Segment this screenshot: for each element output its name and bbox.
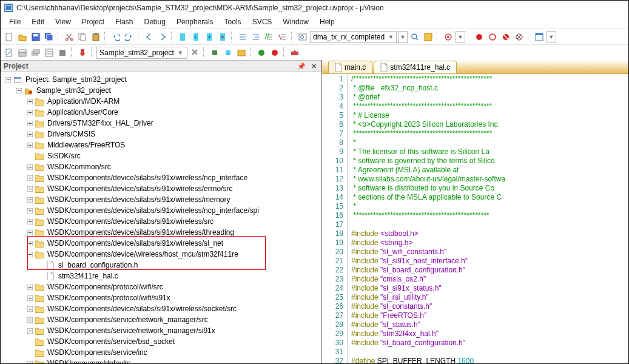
collapse-icon[interactable] [3, 75, 13, 84]
menu-view[interactable]: View [50, 16, 76, 27]
stop-build-icon[interactable] [56, 47, 69, 59]
tree-folder[interactable]: WSDK/components/device/silabs/si91x/wire… [1, 194, 321, 205]
bookmark-clear-icon[interactable] [217, 31, 229, 43]
expand-icon[interactable] [25, 304, 35, 314]
tree-folder[interactable]: WSDK/common/src [1, 161, 321, 172]
tree-folder[interactable]: Drivers/STM32F4xx_HAL_Driver [1, 118, 321, 129]
find-history-dropdown[interactable]: ▼ [398, 31, 408, 43]
target-options-icon[interactable] [189, 47, 201, 59]
tree-folder[interactable]: WSDK/components/device/silabs/si91x/wire… [1, 238, 321, 249]
window-icon[interactable] [533, 31, 545, 43]
tree-file[interactable]: sl_board_configuration.h [1, 260, 321, 271]
expand-icon[interactable] [25, 228, 35, 237]
tree-folder[interactable]: WSDK/components/service/bsd_socket [1, 336, 321, 347]
copy-icon[interactable] [76, 31, 89, 43]
tree-folder[interactable]: SiSDK/src [1, 150, 321, 161]
expand-icon[interactable] [25, 173, 35, 183]
pin-icon[interactable]: 📌 [295, 62, 308, 70]
redo-icon[interactable] [123, 31, 135, 43]
tree-folder[interactable]: WSDK/components/device/silabs/si91x/wire… [1, 205, 321, 216]
menu-svcs[interactable]: SVCS [247, 16, 277, 27]
expand-icon[interactable] [25, 206, 35, 215]
tree-folder[interactable]: WSDK/components/service/inc [1, 347, 321, 358]
code-body[interactable]: /***************************************… [348, 74, 628, 364]
options-icon[interactable] [289, 47, 301, 59]
tree-folder[interactable]: WSDK/components/device/wireless/host_mcu… [1, 249, 321, 260]
tree-folder[interactable]: WSDK/components/protocol/wifi/si91x [1, 292, 321, 303]
expand-icon[interactable] [25, 359, 35, 364]
menu-help[interactable]: Help [315, 16, 340, 27]
tree-folder[interactable]: Sample_stm32_project [1, 85, 321, 96]
cut-icon[interactable] [63, 31, 75, 43]
outdent-icon[interactable] [250, 31, 262, 43]
comment-icon[interactable]: // [263, 31, 275, 43]
menu-peripherals[interactable]: Peripherals [172, 16, 218, 27]
tree-folder[interactable]: WSDK/components/device/silabs/si91x/wire… [1, 303, 321, 314]
collapse-icon[interactable] [25, 249, 35, 259]
expand-icon[interactable] [25, 107, 35, 117]
tree-folder[interactable]: Application/User/Core [1, 107, 321, 118]
menu-file[interactable]: File [4, 16, 25, 27]
find-dropdown[interactable]: dma_tx_rx_completed▼ [310, 31, 397, 43]
expand-icon[interactable] [25, 326, 35, 335]
menu-debug[interactable]: Debug [140, 16, 170, 27]
editor-tab[interactable]: main.c [328, 61, 372, 73]
bookmark-next-icon[interactable] [203, 31, 215, 43]
expand-icon[interactable] [25, 162, 35, 172]
expand-icon[interactable] [25, 315, 35, 325]
menu-flash[interactable]: Flash [110, 16, 138, 27]
tree-folder[interactable]: WSDK/components/device/silabs/si91x/wire… [1, 227, 321, 238]
bookmark-toggle-icon[interactable] [177, 31, 189, 43]
menu-project[interactable]: Project [77, 16, 109, 27]
tree-folder[interactable]: WSDK/resources/defaults [1, 358, 321, 364]
save-icon[interactable] [30, 31, 42, 43]
menu-edit[interactable]: Edit [27, 16, 49, 27]
batch-build-icon[interactable] [43, 47, 55, 59]
rebuild-icon[interactable] [30, 47, 42, 59]
expand-icon[interactable] [25, 217, 35, 226]
manage-rte-icon[interactable] [209, 47, 221, 59]
tree-folder[interactable]: Middlewares/FreeRTOS [1, 140, 321, 150]
tree-folder[interactable]: Application/MDK-ARM [1, 96, 321, 107]
debug-dropdown[interactable]: ▼ [456, 31, 465, 43]
tree-folder[interactable]: WSDK/components/device/silabs/si91x/wire… [1, 172, 321, 183]
tree-file[interactable]: stm32f411re_hal.c [1, 271, 321, 281]
nav-fwd-icon[interactable] [156, 31, 169, 43]
expand-icon[interactable] [25, 140, 35, 150]
expand-icon[interactable] [25, 195, 35, 204]
breakpoint-enable-icon[interactable] [486, 31, 499, 43]
find-in-files-icon[interactable] [409, 31, 421, 43]
build-icon[interactable] [16, 47, 29, 59]
expand-icon[interactable] [25, 282, 35, 292]
breakpoint-disable-icon[interactable] [500, 31, 512, 43]
tree-folder[interactable]: WSDK/components/protocol/wifi/src [1, 281, 321, 292]
bookmark-prev-icon[interactable] [190, 31, 202, 43]
target-dropdown[interactable]: Sample_stm32_project▼ [96, 47, 187, 59]
project-tree[interactable]: Project: Sample_stm32_projectSample_stm3… [1, 72, 321, 364]
editor-tab[interactable]: stm32f411re_hal.c [374, 61, 457, 73]
expand-icon[interactable] [25, 129, 35, 139]
indent-icon[interactable] [237, 31, 249, 43]
uncomment-icon[interactable] [277, 31, 289, 43]
expand-icon[interactable] [25, 293, 35, 303]
pack-installer-icon[interactable] [235, 47, 247, 59]
incremental-find-icon[interactable] [422, 31, 434, 43]
stop-icon[interactable] [269, 47, 281, 59]
find-icon[interactable] [297, 31, 309, 43]
breakpoint-kill-icon[interactable] [513, 31, 525, 43]
expand-icon[interactable] [25, 118, 35, 128]
translate-icon[interactable] [3, 47, 15, 59]
paste-icon[interactable] [90, 31, 102, 43]
collapse-icon[interactable] [14, 86, 24, 95]
breakpoint-insert-icon[interactable] [473, 31, 485, 43]
undo-icon[interactable] [110, 31, 122, 43]
open-icon[interactable] [16, 31, 29, 43]
expand-icon[interactable] [25, 96, 35, 106]
tree-folder[interactable]: WSDK/components/device/silabs/si91x/wire… [1, 216, 321, 227]
tree-folder[interactable]: WSDK/components/service/network_manager/… [1, 314, 321, 325]
nav-back-icon[interactable] [143, 31, 155, 43]
select-packs-icon[interactable] [222, 47, 234, 59]
download-icon[interactable] [76, 47, 89, 59]
debug-icon[interactable] [442, 31, 454, 43]
new-file-icon[interactable] [3, 31, 15, 43]
